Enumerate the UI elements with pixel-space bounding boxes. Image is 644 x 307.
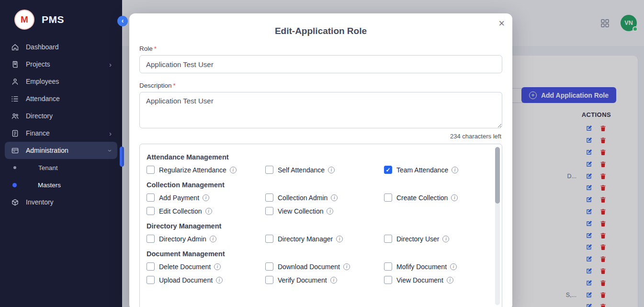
- info-icon[interactable]: i: [442, 236, 449, 242]
- sidebar-item-label: Finance: [26, 129, 50, 137]
- sidebar-item-directory[interactable]: Directory: [5, 107, 117, 125]
- sidebar-item-label: Attendance: [26, 95, 60, 102]
- checkbox-icon[interactable]: [384, 276, 392, 284]
- info-icon[interactable]: i: [210, 236, 216, 242]
- permission-label: Create Collection: [396, 194, 448, 202]
- info-icon[interactable]: i: [330, 277, 337, 284]
- checkbox-icon[interactable]: [147, 276, 155, 284]
- edit-application-role-modal: × Edit-Application Role Role* Descriptio…: [129, 13, 512, 307]
- checkbox-icon[interactable]: [265, 276, 273, 284]
- permissions-panel-content: Attendance Management Regularize Attenda…: [147, 153, 487, 284]
- active-bullet-icon: [12, 183, 17, 187]
- sidebar-item-label: Inventory: [26, 198, 54, 206]
- permission-checkbox-item[interactable]: Directory Manager i: [265, 235, 384, 243]
- sidebar-item-label: Administration: [26, 147, 68, 154]
- sidebar-item-masters[interactable]: Masters: [5, 176, 117, 193]
- list-icon: [11, 94, 19, 103]
- permission-checkbox-item[interactable]: Directory User i: [384, 235, 487, 243]
- projects-icon: [11, 60, 19, 68]
- sidebar-item-label: Tenant: [38, 164, 58, 171]
- permission-checkbox-item[interactable]: Upload Document i: [147, 276, 265, 284]
- info-icon[interactable]: i: [451, 194, 458, 201]
- checkbox-icon[interactable]: [265, 193, 273, 202]
- permission-checkbox-item[interactable]: Mofify Document i: [384, 262, 487, 271]
- permission-checkbox-item[interactable]: Verify Document i: [265, 276, 384, 284]
- permission-checkbox-item[interactable]: Collection Admin i: [265, 193, 384, 202]
- permission-section: Collection Management Add Payment i Coll…: [147, 181, 487, 215]
- permission-label: Edit Collection: [159, 207, 202, 215]
- chevron-down-icon: ›: [107, 149, 114, 152]
- sidebar-item-inventory[interactable]: Inventory: [5, 193, 117, 211]
- sidebar-item-administration[interactable]: Administration ›: [5, 142, 117, 159]
- people-icon: [11, 112, 19, 120]
- checkbox-icon[interactable]: [147, 193, 155, 202]
- info-icon[interactable]: i: [452, 167, 458, 173]
- sidebar-nav: Dashboard Projects › Employees Attendanc…: [0, 36, 122, 213]
- permission-label: Directory User: [396, 235, 439, 243]
- sidebar-item-label: Directory: [26, 112, 53, 120]
- sidebar-item-finance[interactable]: Finance ›: [5, 125, 117, 142]
- permission-checkbox-item[interactable]: Add Payment i: [147, 193, 265, 202]
- scrollbar-thumb[interactable]: [495, 147, 500, 204]
- permission-checkbox-item[interactable]: Delete Document i: [147, 262, 265, 271]
- role-label-text: Role: [139, 45, 153, 52]
- permission-label: Add Payment: [159, 194, 199, 202]
- checkbox-icon[interactable]: [384, 235, 392, 243]
- permission-section: Directory Management Directory Admin i D…: [147, 222, 487, 243]
- permission-checkbox-item[interactable]: Self Attendance i: [265, 166, 384, 174]
- permission-checkbox-item[interactable]: Download Document i: [265, 262, 384, 271]
- info-icon[interactable]: i: [205, 208, 212, 215]
- permission-label: Collection Admin: [278, 194, 328, 202]
- permission-label: Download Document: [278, 263, 340, 271]
- checkbox-icon[interactable]: [147, 166, 155, 174]
- info-icon[interactable]: i: [343, 263, 350, 270]
- permission-label: View Document: [396, 276, 443, 284]
- info-icon[interactable]: i: [327, 208, 333, 215]
- permission-checkbox-item[interactable]: Edit Collection i: [147, 207, 265, 215]
- sidebar-item-projects[interactable]: Projects ›: [5, 56, 117, 73]
- permission-checkbox-item[interactable]: Team Attendance i: [384, 166, 487, 174]
- checkbox-icon[interactable]: [265, 207, 273, 215]
- sidebar-item-tenant[interactable]: Tenant: [5, 159, 117, 176]
- permission-checkbox-item[interactable]: View Document i: [384, 276, 487, 284]
- info-icon[interactable]: i: [336, 236, 343, 242]
- checkbox-icon[interactable]: [265, 166, 273, 174]
- sidebar-item-employees[interactable]: Employees: [5, 73, 117, 90]
- checkbox-icon[interactable]: [147, 207, 155, 215]
- permission-checkbox-item[interactable]: Create Collection i: [384, 193, 487, 202]
- sidebar-item-dashboard[interactable]: Dashboard: [5, 38, 117, 56]
- info-icon[interactable]: i: [216, 277, 223, 284]
- checkbox-icon[interactable]: [147, 235, 155, 243]
- info-icon[interactable]: i: [203, 194, 209, 201]
- close-icon[interactable]: ×: [498, 18, 505, 29]
- checkbox-icon[interactable]: [265, 235, 273, 243]
- permission-section-title: Collection Management: [147, 181, 487, 189]
- checkbox-icon[interactable]: [147, 262, 155, 271]
- sidebar: M PMS Dashboard Projects › Employees Att…: [0, 0, 122, 307]
- info-icon[interactable]: i: [230, 167, 237, 173]
- permission-label: Self Attendance: [278, 166, 325, 174]
- description-textarea[interactable]: Application Test User: [139, 92, 502, 128]
- permission-label: Directory Admin: [159, 235, 206, 243]
- permission-checkbox-item[interactable]: Regularize Attendance i: [147, 166, 265, 174]
- modal-title: Edit-Application Role: [139, 26, 502, 36]
- info-icon[interactable]: i: [214, 263, 221, 270]
- checkbox-icon[interactable]: [265, 262, 273, 271]
- info-icon[interactable]: i: [331, 194, 338, 201]
- permission-checkbox-item[interactable]: View Collection i: [265, 207, 384, 215]
- role-input[interactable]: [139, 55, 502, 73]
- sidebar-collapse-button[interactable]: ‹: [117, 16, 128, 26]
- checkbox-icon[interactable]: [384, 166, 392, 174]
- sidebar-item-label: Projects: [26, 60, 50, 68]
- required-asterisk: *: [173, 82, 176, 89]
- info-icon[interactable]: i: [447, 277, 453, 284]
- permission-checkbox-item[interactable]: Directory Admin i: [147, 235, 265, 243]
- sidebar-item-attendance[interactable]: Attendance: [5, 90, 117, 107]
- permission-grid: Add Payment i Collection Admin i Create …: [147, 193, 487, 215]
- checkbox-icon[interactable]: [384, 193, 392, 202]
- info-icon[interactable]: i: [450, 263, 457, 270]
- chevron-right-icon: ›: [109, 130, 112, 137]
- info-icon[interactable]: i: [328, 167, 335, 173]
- checkbox-icon[interactable]: [384, 262, 392, 271]
- sidebar-item-label: Dashboard: [26, 43, 59, 51]
